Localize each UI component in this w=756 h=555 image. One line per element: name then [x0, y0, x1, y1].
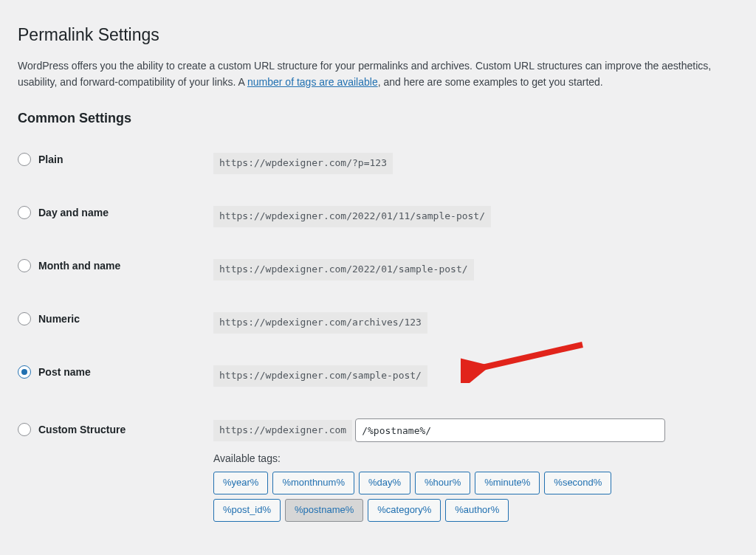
tags-row-1: %year%%monthnum%%day%%hour%%minute%%seco…	[213, 472, 738, 494]
label-postname[interactable]: Post name	[38, 366, 91, 378]
url-dayname: https://wpdexigner.com/2022/01/11/sample…	[213, 206, 491, 227]
tags-row-2: %post_id%%postname%%category%%author%	[213, 499, 738, 522]
page-title: Permalink Settings	[18, 18, 738, 49]
tag-button-day[interactable]: %day%	[359, 472, 410, 494]
option-row-plain: Plain https://wpdexigner.com/?p=123	[18, 139, 738, 193]
tag-button-post_id[interactable]: %post_id%	[213, 499, 281, 522]
tags-available-link[interactable]: number of tags are available	[247, 76, 378, 88]
url-plain: https://wpdexigner.com/?p=123	[213, 153, 393, 174]
option-row-month: Month and name https://wpdexigner.com/20…	[18, 246, 738, 299]
url-month: https://wpdexigner.com/2022/01/sample-po…	[213, 259, 474, 280]
label-numeric[interactable]: Numeric	[38, 313, 80, 325]
option-row-numeric: Numeric https://wpdexigner.com/archives/…	[18, 299, 738, 352]
url-postname: https://wpdexigner.com/sample-post/	[213, 365, 427, 387]
tag-button-author[interactable]: %author%	[445, 499, 509, 522]
label-month[interactable]: Month and name	[38, 260, 120, 272]
tag-button-monthnum[interactable]: %monthnum%	[272, 472, 354, 494]
radio-plain[interactable]	[18, 153, 31, 166]
tag-button-second[interactable]: %second%	[544, 472, 611, 494]
option-row-dayname: Day and name https://wpdexigner.com/2022…	[18, 193, 738, 246]
custom-structure-input[interactable]	[355, 418, 665, 442]
radio-postname[interactable]	[18, 365, 31, 379]
option-row-postname: Post name https://wpdexigner.com/sample-…	[18, 352, 738, 405]
radio-numeric[interactable]	[18, 312, 31, 325]
label-dayname[interactable]: Day and name	[38, 207, 109, 218]
intro-text-after: , and here are some examples to get you …	[378, 76, 603, 88]
tag-button-year[interactable]: %year%	[213, 472, 268, 494]
intro-paragraph: WordPress offers you the ability to crea…	[18, 58, 738, 90]
tag-button-hour[interactable]: %hour%	[415, 472, 470, 494]
tag-button-postname[interactable]: %postname%	[285, 499, 363, 522]
radio-custom[interactable]	[18, 423, 31, 436]
custom-url-prefix: https://wpdexigner.com	[213, 420, 352, 441]
common-settings-heading: Common Settings	[18, 111, 738, 126]
label-plain[interactable]: Plain	[38, 154, 63, 165]
option-row-custom: Custom Structure https://wpdexigner.com …	[18, 405, 738, 540]
radio-dayname[interactable]	[18, 206, 31, 219]
url-numeric: https://wpdexigner.com/archives/123	[213, 312, 427, 334]
tag-button-minute[interactable]: %minute%	[475, 472, 540, 494]
tag-button-category[interactable]: %category%	[368, 499, 441, 522]
radio-month[interactable]	[18, 259, 31, 272]
label-custom[interactable]: Custom Structure	[38, 424, 126, 435]
available-tags-label: Available tags:	[213, 452, 738, 464]
